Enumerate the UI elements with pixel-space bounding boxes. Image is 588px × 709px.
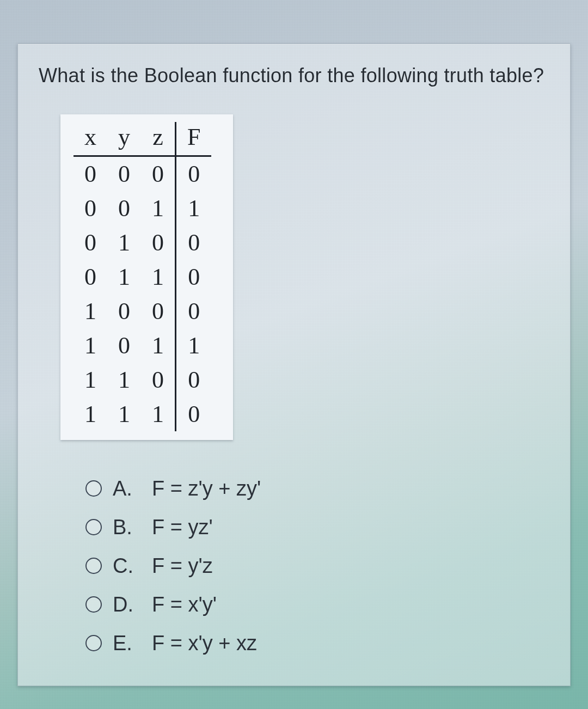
option-expression: F = y'z — [152, 554, 213, 578]
table-row: 1 0 1 1 — [74, 328, 211, 363]
table-row: 1 1 1 0 — [74, 397, 211, 431]
question-text: What is the Boolean function for the fol… — [39, 63, 549, 89]
options-list: A. F = z'y + zy' B. F = yz' C. F = y'z D… — [85, 477, 552, 655]
cell-f: 0 — [176, 260, 212, 294]
cell-z: 0 — [141, 225, 176, 260]
cell-y: 1 — [107, 363, 141, 397]
cell-z: 1 — [141, 260, 176, 294]
cell-f: 0 — [176, 156, 212, 191]
radio-icon — [85, 519, 102, 535]
cell-f: 0 — [176, 225, 212, 260]
option-letter: B. — [113, 516, 141, 539]
radio-icon — [85, 558, 102, 574]
table-row: 1 1 0 0 — [74, 363, 211, 397]
table-row: 0 1 0 0 — [74, 225, 211, 260]
option-a[interactable]: A. F = z'y + zy' — [85, 477, 552, 500]
cell-z: 1 — [141, 328, 176, 363]
option-letter: E. — [113, 632, 141, 655]
option-d[interactable]: D. F = x'y' — [85, 593, 552, 616]
cell-z: 1 — [141, 191, 176, 225]
cell-x: 1 — [74, 397, 107, 431]
truth-table: x y z F 0 0 0 0 0 0 1 1 0 1 0 0 — [74, 122, 211, 431]
col-header-x: x — [74, 122, 107, 156]
cell-y: 0 — [107, 328, 141, 363]
option-expression: F = x'y + xz — [152, 632, 257, 655]
option-b[interactable]: B. F = yz' — [85, 516, 552, 539]
cell-f: 1 — [176, 191, 212, 225]
table-row: 0 0 0 0 — [74, 156, 211, 191]
option-expression: F = x'y' — [152, 593, 217, 616]
cell-z: 0 — [141, 294, 176, 328]
cell-z: 0 — [141, 363, 176, 397]
option-letter: C. — [113, 554, 141, 578]
radio-icon — [85, 635, 102, 651]
cell-y: 1 — [107, 260, 141, 294]
col-header-f: F — [176, 122, 212, 156]
cell-f: 0 — [176, 363, 212, 397]
cell-x: 0 — [74, 191, 107, 225]
cell-y: 0 — [107, 191, 141, 225]
cell-y: 0 — [107, 156, 141, 191]
question-card: What is the Boolean function for the fol… — [17, 44, 571, 686]
cell-x: 0 — [74, 225, 107, 260]
option-expression: F = yz' — [152, 516, 213, 539]
col-header-z: z — [141, 122, 176, 156]
table-row: 1 0 0 0 — [74, 294, 211, 328]
cell-x: 0 — [74, 156, 107, 191]
option-e[interactable]: E. F = x'y + xz — [85, 632, 552, 655]
cell-z: 0 — [141, 156, 176, 191]
cell-z: 1 — [141, 397, 176, 431]
cell-y: 0 — [107, 294, 141, 328]
option-letter: D. — [113, 593, 141, 616]
cell-f: 0 — [176, 294, 212, 328]
option-expression: F = z'y + zy' — [152, 477, 261, 500]
cell-y: 1 — [107, 397, 141, 431]
cell-y: 1 — [107, 225, 141, 260]
col-header-y: y — [107, 122, 141, 156]
cell-x: 1 — [74, 294, 107, 328]
truth-table-block: x y z F 0 0 0 0 0 0 1 1 0 1 0 0 — [60, 114, 233, 440]
option-letter: A. — [113, 477, 141, 500]
table-row: 0 1 1 0 — [74, 260, 211, 294]
cell-x: 1 — [74, 363, 107, 397]
cell-x: 1 — [74, 328, 107, 363]
cell-f: 1 — [176, 328, 212, 363]
table-header-row: x y z F — [74, 122, 211, 156]
radio-icon — [85, 596, 102, 613]
table-row: 0 0 1 1 — [74, 191, 211, 225]
radio-icon — [85, 480, 102, 497]
option-c[interactable]: C. F = y'z — [85, 554, 552, 578]
cell-f: 0 — [176, 397, 212, 431]
cell-x: 0 — [74, 260, 107, 294]
